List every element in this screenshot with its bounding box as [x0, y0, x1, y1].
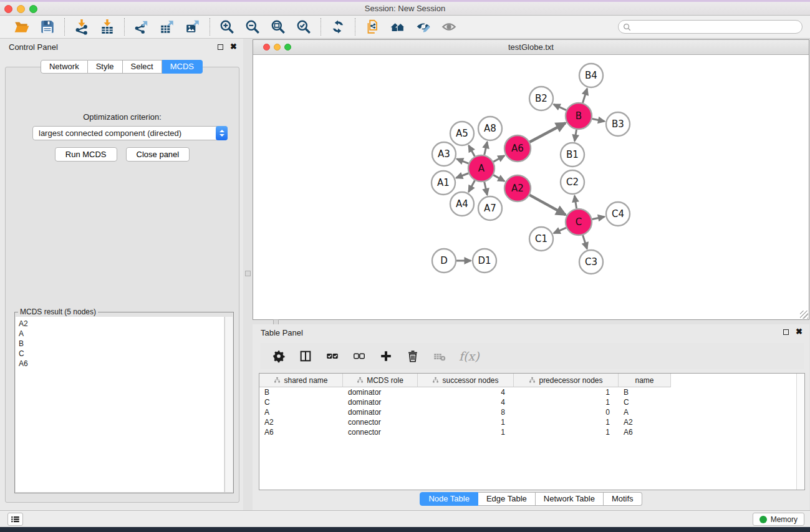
- table-row[interactable]: A2connector11A2: [259, 417, 804, 427]
- edge-A-A6[interactable]: [493, 156, 504, 162]
- search-input[interactable]: [634, 22, 798, 31]
- float-panel-icon[interactable]: [218, 44, 223, 50]
- node-B3[interactable]: B3: [606, 112, 630, 136]
- column-header-name[interactable]: name: [619, 374, 671, 387]
- edge-A-A7[interactable]: [485, 181, 488, 195]
- tab-edge-table[interactable]: Edge Table: [478, 492, 536, 506]
- zoom-selected-button[interactable]: [295, 18, 312, 36]
- table-cell[interactable]: A: [259, 408, 343, 417]
- task-history-button[interactable]: [7, 513, 23, 526]
- export-image-button[interactable]: [184, 18, 201, 36]
- table-cell[interactable]: 1: [514, 428, 619, 437]
- close-panel-icon[interactable]: ✖: [230, 44, 237, 50]
- node-C3[interactable]: C3: [579, 250, 603, 274]
- deselect-all-button[interactable]: [352, 349, 367, 364]
- vertical-splitter-handle[interactable]: [245, 271, 251, 276]
- add-column-button[interactable]: [378, 349, 393, 364]
- result-list-item[interactable]: B: [19, 339, 224, 349]
- edge-C-C1[interactable]: [554, 228, 566, 233]
- node-A8[interactable]: A8: [478, 117, 502, 140]
- edge-A-A2[interactable]: [493, 175, 504, 181]
- node-B2[interactable]: B2: [529, 87, 553, 110]
- tab-network[interactable]: Network: [41, 60, 88, 74]
- tab-style[interactable]: Style: [88, 60, 123, 74]
- zoom-fit-button[interactable]: [269, 18, 287, 36]
- tab-mcds[interactable]: MCDS: [162, 60, 203, 74]
- table-row[interactable]: Bdominator41B: [259, 387, 804, 397]
- table-row[interactable]: A6connector11A6: [259, 427, 804, 437]
- table-row[interactable]: Adominator80A: [259, 407, 804, 417]
- network-canvas[interactable]: B4B2BB3A8A5A6A3B1AC2A1A2A4A7C4CC1DD1C3: [253, 56, 809, 319]
- table-cell[interactable]: A6: [619, 428, 671, 437]
- import-table-button[interactable]: [99, 18, 116, 36]
- edge-A-A8[interactable]: [485, 142, 488, 155]
- refresh-button[interactable]: [329, 18, 347, 36]
- homes-button[interactable]: [389, 18, 407, 36]
- edge-C-C3[interactable]: [583, 235, 587, 249]
- edge-C-C4[interactable]: [592, 216, 605, 219]
- node-A1[interactable]: A1: [432, 171, 455, 195]
- node-A7[interactable]: A7: [478, 196, 502, 220]
- node-D1[interactable]: D1: [473, 249, 496, 273]
- table-cell[interactable]: A: [619, 408, 671, 417]
- table-cell[interactable]: B: [619, 388, 671, 397]
- eye-pen-button[interactable]: [415, 18, 432, 36]
- edge-A6-B[interactable]: [529, 123, 565, 142]
- edge-A2-C[interactable]: [529, 195, 566, 215]
- table-cell[interactable]: 0: [514, 408, 619, 417]
- optimization-criterion-select[interactable]: largest connected component (directed): [32, 126, 228, 140]
- zoom-in-button[interactable]: [218, 18, 236, 36]
- edge-B-B2[interactable]: [554, 104, 566, 110]
- table-cell[interactable]: connector: [343, 418, 418, 427]
- table-cell[interactable]: C: [619, 398, 671, 407]
- network-graph[interactable]: B4B2BB3A8A5A6A3B1AC2A1A2A4A7C4CC1DD1C3: [253, 56, 809, 320]
- eye-button[interactable]: [440, 18, 458, 36]
- table-cell[interactable]: A6: [259, 428, 343, 437]
- settings-gear-button[interactable]: [271, 349, 286, 364]
- table-cell[interactable]: 1: [418, 428, 514, 437]
- table-cell[interactable]: dominator: [343, 398, 418, 407]
- column-header-MCDS-role[interactable]: MCDS role: [343, 374, 418, 387]
- float-table-panel-icon[interactable]: [783, 329, 789, 335]
- tab-select[interactable]: Select: [123, 60, 162, 74]
- edge-B-B1[interactable]: [575, 130, 577, 142]
- run-mcds-button[interactable]: Run MCDS: [55, 147, 117, 162]
- save-button[interactable]: [39, 18, 56, 36]
- node-D[interactable]: D: [432, 249, 456, 273]
- edge-A-A3[interactable]: [457, 159, 469, 163]
- edge-B-B3[interactable]: [592, 118, 605, 121]
- close-panel-button[interactable]: Close panel: [126, 147, 190, 162]
- node-A[interactable]: A: [468, 155, 494, 181]
- table-scrollbar[interactable]: [796, 374, 804, 490]
- edge-A-A1[interactable]: [456, 173, 469, 178]
- table-cell[interactable]: 4: [418, 388, 514, 397]
- node-C1[interactable]: C1: [529, 227, 553, 251]
- table-cell[interactable]: dominator: [343, 408, 418, 417]
- node-A3[interactable]: A3: [432, 142, 456, 166]
- result-list-item[interactable]: A: [19, 329, 224, 339]
- node-A2[interactable]: A2: [504, 175, 531, 201]
- tab-node-table[interactable]: Node Table: [420, 492, 478, 506]
- node-A5[interactable]: A5: [450, 122, 474, 145]
- node-B[interactable]: B: [566, 103, 592, 129]
- node-A6[interactable]: A6: [504, 135, 531, 162]
- result-list-item[interactable]: C: [19, 349, 224, 359]
- import-network-button[interactable]: [73, 18, 90, 36]
- node-C4[interactable]: C4: [606, 202, 630, 226]
- column-header-predecessor-nodes[interactable]: predecessor nodes: [514, 374, 619, 387]
- node-B1[interactable]: B1: [561, 143, 584, 167]
- table-cell[interactable]: 1: [514, 398, 619, 407]
- table-cell[interactable]: 4: [418, 398, 514, 407]
- table-cell[interactable]: B: [259, 388, 343, 397]
- table-cell[interactable]: A2: [619, 418, 671, 427]
- node-C2[interactable]: C2: [561, 170, 584, 194]
- node-B4[interactable]: B4: [579, 64, 603, 87]
- table-cell[interactable]: C: [259, 398, 343, 407]
- export-table-button[interactable]: [158, 18, 176, 36]
- result-list-item[interactable]: A6: [19, 359, 224, 369]
- search-box[interactable]: [618, 20, 803, 34]
- table-cell[interactable]: connector: [343, 428, 418, 437]
- table-cell[interactable]: 1: [514, 418, 619, 427]
- column-header-shared-name[interactable]: shared name: [259, 374, 343, 387]
- close-table-panel-icon[interactable]: ✖: [796, 329, 803, 335]
